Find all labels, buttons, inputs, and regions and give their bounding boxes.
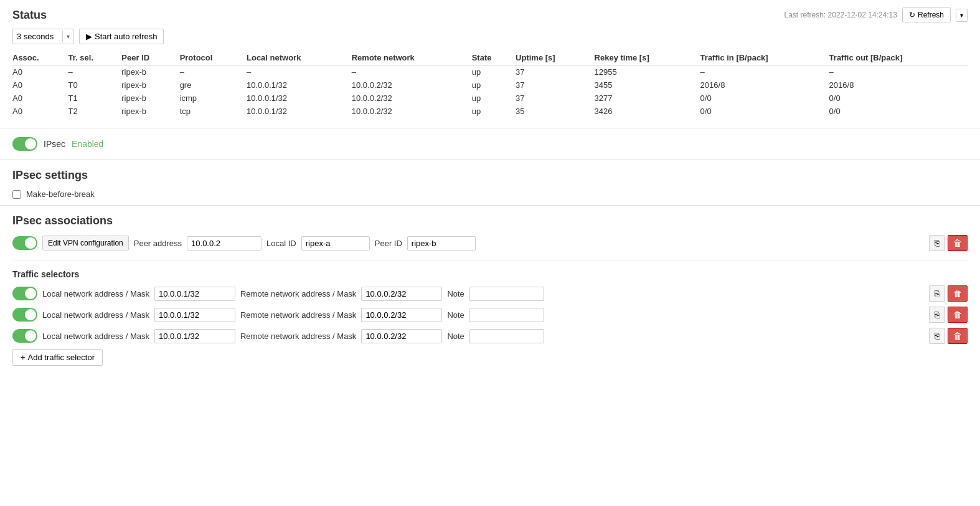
col-tr-sel: Tr. sel. (68, 50, 122, 65)
ts-copy-button-2[interactable]: ⎘ (929, 328, 945, 344)
seconds-select[interactable]: 1 second 3 seconds 5 seconds 10 seconds … (13, 29, 62, 44)
table-row: A0–ripex-b–––up3712955–– (12, 65, 968, 79)
col-protocol: Protocol (180, 50, 247, 65)
start-auto-refresh-button[interactable]: ▶ Start auto refresh (79, 29, 164, 44)
table-row: A0T2ripex-btcp10.0.0.1/3210.0.0.2/32up35… (12, 105, 968, 118)
cell-0-5: – (352, 65, 472, 79)
ts-remote-label-2: Remote network address / Mask (240, 332, 356, 341)
ipsec-toggle[interactable] (12, 137, 37, 151)
cell-3-4: 10.0.0.1/32 (247, 105, 352, 118)
cell-0-7: 37 (516, 65, 595, 79)
ts-toggle-2[interactable] (12, 329, 37, 343)
cell-3-6: up (472, 105, 516, 118)
last-refresh-label: Last refresh: 2022-12-02 14:24:13 (784, 11, 897, 19)
ipsec-associations-title: IPsec associations (12, 214, 968, 227)
traffic-selectors-title: Traffic selectors (12, 269, 968, 279)
cell-0-9: – (700, 65, 829, 79)
cell-2-3: icmp (180, 92, 247, 105)
ts-note-input-0[interactable] (469, 287, 544, 301)
cell-3-8: 3426 (595, 105, 700, 118)
cell-3-9: 0/0 (700, 105, 829, 118)
col-peer-id: Peer ID (121, 50, 179, 65)
local-id-input[interactable] (301, 236, 370, 251)
trash-icon: 🗑 (953, 238, 962, 248)
assoc-actions: ⎘ 🗑 (929, 235, 968, 251)
ts-remote-label-1: Remote network address / Mask (240, 310, 356, 320)
association-row: Edit VPN configuration Peer address Loca… (12, 235, 968, 260)
ipsec-settings-section: IPsec settings Make-before-break (0, 160, 980, 206)
peer-id-label: Peer ID (375, 239, 402, 248)
traffic-selector-rows: Local network address / Mask Remote netw… (12, 285, 968, 344)
ipsec-toggle-slider (12, 137, 37, 151)
cell-0-10: – (829, 65, 968, 79)
ts-toggle-slider-1 (12, 308, 37, 322)
ts-delete-button-0[interactable]: 🗑 (948, 285, 968, 302)
status-table-header: Assoc. Tr. sel. Peer ID Protocol Local n… (12, 50, 968, 65)
cell-0-6: up (472, 65, 516, 79)
cell-2-7: 37 (516, 92, 595, 105)
ipsec-enabled-section: IPsec Enabled (0, 128, 980, 160)
col-traffic-in: Traffic in [B/pack] (700, 50, 829, 65)
ts-remote-input-1[interactable] (361, 308, 442, 322)
select-arrow-icon: ▾ (62, 31, 73, 42)
cell-2-10: 0/0 (829, 92, 968, 105)
cell-2-5: 10.0.0.2/32 (352, 92, 472, 105)
assoc-delete-button[interactable]: 🗑 (948, 235, 968, 251)
page-title: Status (12, 9, 47, 22)
add-traffic-selector-button[interactable]: + Add traffic selector (12, 349, 103, 366)
ts-note-input-1[interactable] (469, 308, 544, 322)
ts-remote-input-2[interactable] (361, 329, 442, 343)
cell-1-0: A0 (12, 79, 68, 92)
assoc-toggle[interactable] (12, 236, 37, 250)
ts-toggle-0[interactable] (12, 287, 37, 300)
cell-1-6: up (472, 79, 516, 92)
ts-copy-button-1[interactable]: ⎘ (929, 307, 945, 323)
ts-local-label-2: Local network address / Mask (42, 332, 149, 341)
cell-2-1: T1 (68, 92, 122, 105)
cell-1-5: 10.0.0.2/32 (352, 79, 472, 92)
ts-local-input-2[interactable] (154, 329, 235, 343)
peer-address-input[interactable] (187, 236, 261, 251)
header-dropdown-button[interactable]: ▾ (956, 9, 968, 22)
ts-local-input-1[interactable] (154, 308, 235, 322)
ts-note-input-2[interactable] (469, 329, 544, 343)
trash-icon: 🗑 (953, 331, 962, 341)
ts-remote-input-0[interactable] (361, 287, 442, 301)
ts-note-label-2: Note (447, 332, 464, 341)
ts-delete-button-1[interactable]: 🗑 (948, 307, 968, 323)
col-rekey-time: Rekey time [s] (595, 50, 700, 65)
cell-1-10: 2016/8 (829, 79, 968, 92)
col-state: State (472, 50, 516, 65)
ts-toggle-slider-2 (12, 329, 37, 343)
add-traffic-selector-label: Add traffic selector (28, 353, 95, 362)
ts-note-label-1: Note (447, 310, 464, 320)
cell-3-1: T2 (68, 105, 122, 118)
table-row: A0T0ripex-bgre10.0.0.1/3210.0.0.2/32up37… (12, 79, 968, 92)
ts-delete-button-2[interactable]: 🗑 (948, 328, 968, 344)
seconds-select-wrapper: 1 second 3 seconds 5 seconds 10 seconds … (12, 29, 74, 44)
copy-icon: ⎘ (935, 331, 940, 341)
assoc-copy-button[interactable]: ⎘ (929, 235, 945, 251)
make-before-break-checkbox[interactable] (12, 190, 21, 199)
traffic-selector-row: Local network address / Mask Remote netw… (12, 307, 968, 323)
ts-local-input-0[interactable] (154, 287, 235, 301)
col-traffic-out: Traffic out [B/pack] (829, 50, 968, 65)
cell-3-7: 35 (516, 105, 595, 118)
ts-actions-2: ⎘ 🗑 (929, 328, 968, 344)
edit-vpn-button[interactable]: Edit VPN configuration (42, 236, 129, 251)
refresh-button-label: Refresh (918, 11, 944, 19)
trash-icon: 🗑 (953, 289, 962, 298)
cell-0-4: – (247, 65, 352, 79)
play-icon: ▶ (86, 32, 92, 41)
cell-3-5: 10.0.0.2/32 (352, 105, 472, 118)
ts-toggle-1[interactable] (12, 308, 37, 322)
refresh-button[interactable]: ↻ Refresh (902, 7, 951, 22)
peer-id-input[interactable] (407, 236, 476, 251)
assoc-toggle-slider (12, 236, 37, 250)
ts-toggle-slider-0 (12, 287, 37, 300)
ts-local-label-0: Local network address / Mask (42, 289, 149, 298)
ts-copy-button-0[interactable]: ⎘ (929, 285, 945, 302)
make-before-break-label: Make-before-break (26, 189, 95, 199)
ipsec-settings-title: IPsec settings (12, 169, 968, 182)
local-id-label: Local ID (266, 239, 296, 248)
